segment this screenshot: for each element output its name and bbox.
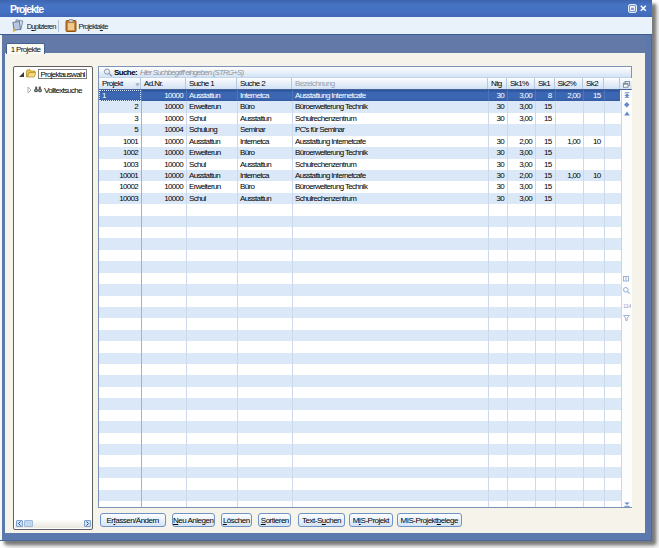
- svg-text:114: 114: [623, 303, 631, 309]
